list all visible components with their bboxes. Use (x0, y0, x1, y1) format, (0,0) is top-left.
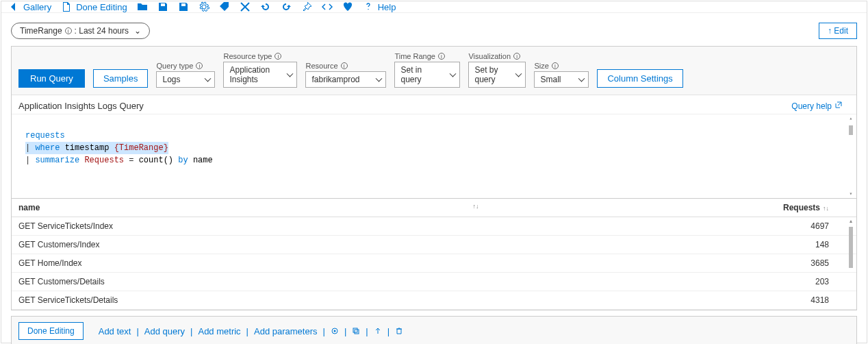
info-icon: i (196, 62, 203, 69)
resource-field: Resourcei fabrikamprod (305, 62, 386, 88)
close-icon[interactable] (240, 1, 251, 12)
help-label: Help (378, 2, 396, 12)
scroll-up-icon[interactable]: ▴ (850, 114, 853, 123)
chevron-down-icon: ⌄ (134, 26, 141, 36)
settings-icon[interactable] (331, 327, 339, 335)
resource-type-dropdown[interactable]: Application Insights (223, 62, 297, 88)
info-icon: i (275, 53, 281, 60)
code-icon[interactable] (322, 1, 333, 12)
query-type-dropdown[interactable]: Logs (156, 71, 215, 88)
visualization-dropdown[interactable]: Set by query (468, 62, 526, 88)
done-editing-footer-button[interactable]: Done Editing (18, 322, 84, 340)
add-text-link[interactable]: Add text (99, 326, 131, 336)
scroll-up-icon[interactable]: ▴ (850, 218, 852, 224)
info-icon: i (341, 62, 348, 69)
time-range-label: Time Rangei (394, 52, 460, 60)
app-root: Gallery Done Editing Help TimeRange i : … (1, 1, 867, 343)
folder-icon[interactable] (137, 1, 148, 12)
document-icon (61, 1, 72, 12)
col-requests-header[interactable]: Requests↑↓ (507, 199, 856, 217)
info-icon: i (552, 62, 559, 69)
gear-icon[interactable] (199, 1, 209, 12)
done-editing-button[interactable]: Done Editing (61, 1, 127, 12)
table-row[interactable]: GET ServiceTickets/Details4318 (12, 291, 856, 310)
visualization-label: Visualizationi (468, 52, 526, 60)
done-editing-label: Done Editing (76, 2, 127, 12)
external-link-icon (834, 101, 843, 111)
add-query-link[interactable]: Add query (144, 326, 185, 336)
info-icon: i (438, 53, 445, 60)
table-scrollbar: ▴ (847, 218, 855, 300)
footer-toolbar: Done Editing Add text | Add query | Add … (11, 316, 857, 344)
table-row[interactable]: GET Home/Index3685 (12, 254, 856, 273)
gallery-button[interactable]: Gallery (8, 1, 51, 12)
query-help-link[interactable]: Query help (791, 101, 843, 111)
resource-dropdown[interactable]: fabrikamprod (305, 71, 386, 88)
panel-links: Query help (791, 101, 850, 111)
results-table-wrap: name↑↓ Requests↑↓ GET ServiceTickets/Ind… (11, 199, 857, 310)
query-panel-header: Run Query Samples Query typei Logs Resou… (12, 47, 856, 95)
sort-icon: ↑↓ (823, 205, 829, 212)
scroll-thumb[interactable] (849, 227, 853, 268)
svg-point-1 (333, 330, 335, 332)
undo-icon[interactable] (260, 1, 271, 12)
column-settings-button[interactable]: Column Settings (597, 69, 682, 88)
size-label: Sizei (534, 62, 589, 70)
resource-label: Resourcei (305, 62, 386, 70)
size-dropdown[interactable]: Small (534, 71, 589, 88)
panel-title-row: Application Insights Logs Query Query he… (12, 95, 856, 114)
query-type-field: Query typei Logs (156, 62, 215, 88)
info-icon: i (513, 53, 520, 60)
tag-icon[interactable] (219, 1, 230, 12)
svg-rect-2 (353, 328, 357, 332)
query-type-label: Query typei (156, 62, 215, 70)
edit-button[interactable]: ↑ Edit (819, 23, 857, 39)
sort-icon: ↑↓ (473, 203, 479, 210)
pin-icon[interactable] (301, 1, 312, 12)
parameter-row: TimeRange i : Last 24 hours ⌄ ↑ Edit (1, 13, 867, 43)
timerange-name: TimeRange (20, 26, 62, 36)
move-up-icon[interactable] (374, 327, 382, 335)
add-parameters-link[interactable]: Add parameters (254, 326, 318, 336)
add-metric-link[interactable]: Add metric (198, 326, 240, 336)
timerange-pill[interactable]: TimeRange i : Last 24 hours ⌄ (11, 23, 150, 39)
question-icon (363, 1, 374, 12)
editor-scrollbar: ▴ ▾ (847, 114, 855, 198)
arrow-left-icon (8, 1, 19, 12)
heart-icon[interactable] (342, 1, 353, 12)
time-range-field: Time Rangei Set in query (394, 52, 460, 88)
results-table: name↑↓ Requests↑↓ GET ServiceTickets/Ind… (12, 199, 856, 310)
size-field: Sizei Small (534, 62, 589, 88)
col-name-header[interactable]: name↑↓ (12, 199, 507, 217)
save-icon[interactable] (157, 1, 168, 12)
edit-label: ↑ Edit (828, 26, 848, 36)
help-button[interactable]: Help (363, 1, 396, 12)
query-panel: Run Query Samples Query typei Logs Resou… (11, 46, 857, 199)
resource-type-field: Resource typei Application Insights (223, 52, 297, 88)
table-row[interactable]: GET ServiceTickets/Index4697 (12, 217, 856, 236)
table-row[interactable]: GET Customers/Details203 (12, 273, 856, 291)
info-icon: i (65, 27, 72, 34)
svg-rect-3 (355, 330, 359, 334)
run-query-button[interactable]: Run Query (18, 69, 85, 88)
resource-type-label: Resource typei (223, 52, 297, 60)
copy-icon[interactable] (352, 327, 360, 335)
delete-icon[interactable] (395, 327, 403, 335)
scroll-thumb[interactable] (849, 125, 853, 135)
gallery-label: Gallery (23, 2, 51, 12)
time-range-dropdown[interactable]: Set in query (394, 62, 460, 88)
query-editor[interactable]: requests | where timestamp {TimeRange} |… (12, 114, 856, 198)
panel-title: Application Insights Logs Query (18, 101, 144, 111)
visualization-field: Visualizationi Set by query (468, 52, 526, 88)
redo-icon[interactable] (281, 1, 292, 12)
timerange-value: : Last 24 hours (75, 26, 129, 36)
table-row[interactable]: GET Customers/Index148 (12, 236, 856, 254)
top-toolbar: Gallery Done Editing Help (1, 1, 867, 13)
samples-button[interactable]: Samples (93, 69, 149, 88)
scroll-down-icon[interactable]: ▾ (850, 190, 853, 198)
save-as-icon[interactable] (178, 1, 189, 12)
